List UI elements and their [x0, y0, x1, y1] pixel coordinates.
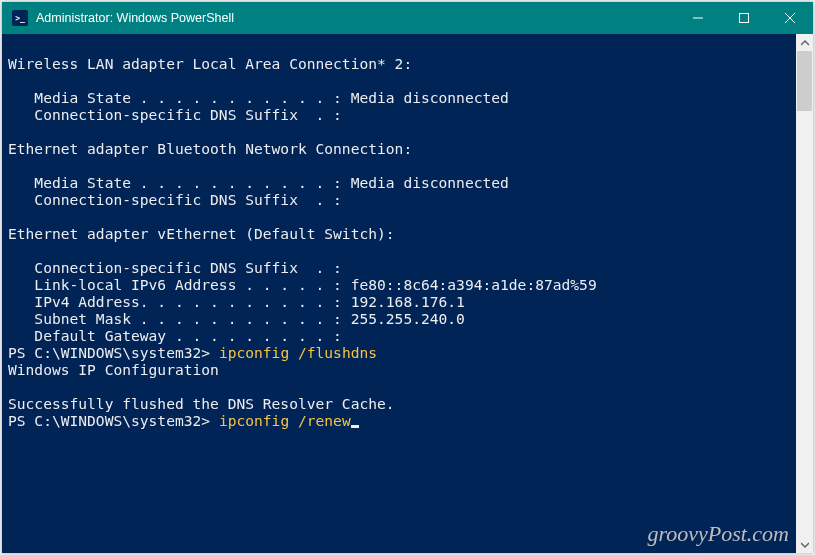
- powershell-window: >_ Administrator: Windows PowerShell Wir…: [2, 2, 813, 553]
- output-block-1: Wireless LAN adapter Local Area Connecti…: [8, 55, 597, 344]
- current-command: ipconfig /renew: [219, 412, 351, 429]
- minimize-button[interactable]: [675, 2, 721, 34]
- maximize-icon: [739, 13, 749, 23]
- console-area: Wireless LAN adapter Local Area Connecti…: [2, 34, 813, 553]
- scroll-down-button[interactable]: [796, 536, 813, 553]
- vertical-scrollbar[interactable]: [796, 34, 813, 553]
- output-block-2: Windows IP Configuration Successfully fl…: [8, 361, 395, 412]
- history-prompt: PS C:\WINDOWS\system32>: [8, 344, 219, 361]
- maximize-button[interactable]: [721, 2, 767, 34]
- window-title: Administrator: Windows PowerShell: [36, 11, 675, 25]
- powershell-icon: >_: [12, 10, 28, 26]
- titlebar[interactable]: >_ Administrator: Windows PowerShell: [2, 2, 813, 34]
- window-controls: [675, 2, 813, 34]
- close-icon: [785, 13, 795, 23]
- scroll-up-button[interactable]: [796, 34, 813, 51]
- chevron-down-icon: [801, 542, 809, 548]
- close-button[interactable]: [767, 2, 813, 34]
- current-prompt-line[interactable]: PS C:\WINDOWS\system32> ipconfig /renew: [8, 412, 359, 429]
- scroll-thumb[interactable]: [797, 51, 812, 111]
- svg-rect-1: [740, 14, 749, 23]
- text-cursor: [351, 425, 359, 428]
- history-command: ipconfig /flushdns: [219, 344, 377, 361]
- current-prompt: PS C:\WINDOWS\system32>: [8, 412, 219, 429]
- history-prompt-line: PS C:\WINDOWS\system32> ipconfig /flushd…: [8, 344, 377, 361]
- minimize-icon: [693, 13, 703, 23]
- scroll-track[interactable]: [796, 51, 813, 536]
- console-output[interactable]: Wireless LAN adapter Local Area Connecti…: [2, 34, 796, 553]
- chevron-up-icon: [801, 40, 809, 46]
